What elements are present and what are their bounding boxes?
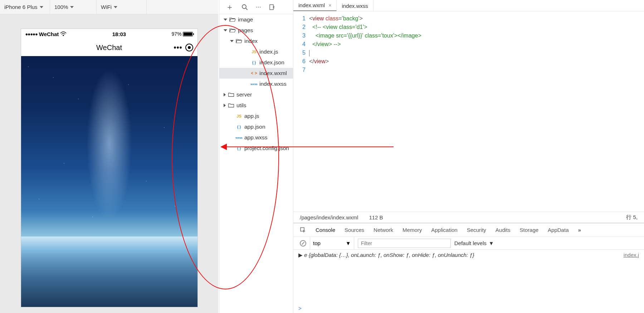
expand-right-icon[interactable] [224, 104, 226, 107]
clear-console-icon[interactable] [300, 240, 306, 247]
devtools-more-button[interactable]: » [578, 227, 581, 233]
file-tree-label: app.wxss [244, 134, 268, 141]
device-select[interactable]: iPhone 6 Plus [0, 0, 50, 14]
wifi-icon [60, 31, 67, 36]
zoom-label: 100% [54, 4, 68, 10]
editor-tabs: index.wxml×index.wxss [293, 0, 644, 11]
chevron-down-icon [70, 6, 74, 8]
editor-statusbar: /pages/index/index.wxml 112 B 行 5, [293, 212, 644, 223]
statusbar-time: 18:03 [112, 31, 126, 37]
tab-close-icon[interactable]: × [328, 3, 331, 8]
devtools-tabs: ConsoleSourcesNetworkMemoryApplicationSe… [293, 223, 644, 237]
context-select[interactable]: top ▼ [310, 237, 354, 249]
line-number: 7 [293, 66, 306, 74]
file-tree-label: utils [236, 102, 247, 109]
file-tree-item[interactable]: wxssindex.wxss [219, 79, 293, 89]
json-icon: { } [236, 145, 242, 151]
expand-down-icon[interactable] [224, 19, 227, 21]
editor-tab[interactable]: index.wxss [337, 0, 373, 11]
file-tree-label: index.wxml [259, 70, 287, 76]
file-tree-item[interactable]: utils [219, 100, 293, 111]
page-background-image [21, 56, 197, 307]
tab-label: index.wxss [342, 3, 368, 9]
explorer-toolbar: ＋ ··· [219, 0, 293, 14]
element-picker-icon[interactable] [300, 227, 306, 233]
devtools-tab-security[interactable]: Security [467, 227, 486, 233]
code-token: class [326, 15, 338, 21]
code-token: > [326, 58, 329, 64]
file-tree-label: index.json [259, 59, 284, 66]
levels-label: Default levels [454, 240, 487, 246]
prompt-icon: > [298, 305, 302, 311]
device-toolbar: iPhone 6 Plus 100% WiFi [0, 0, 218, 14]
wxss-icon: wxss [236, 135, 242, 140]
console-prompt[interactable]: > [293, 304, 644, 313]
signal-icon: ●●●●● [25, 31, 38, 37]
line-gutter: 1234567 [293, 14, 309, 212]
chevron-down-icon [114, 6, 117, 8]
more-button[interactable]: ··· [256, 3, 261, 11]
folder-open-icon [229, 28, 236, 33]
navbar-title: WeChat [96, 44, 122, 52]
json-icon: { } [236, 124, 242, 130]
zoom-select[interactable]: 100% [50, 0, 97, 14]
devtools-tab-memory[interactable]: Memory [402, 227, 422, 233]
file-tree-item[interactable]: { }app.json [219, 121, 293, 132]
cursor-icon [309, 50, 309, 56]
file-tree-item[interactable]: < >index.wxml [219, 68, 293, 79]
search-button[interactable] [241, 4, 248, 10]
code-token: > [359, 15, 362, 21]
file-tree-item[interactable]: { }project.config.json [219, 143, 293, 154]
file-explorer: imagepagesindexJSindex.js{ }index.json< … [219, 14, 293, 313]
devtools-tab-appdata[interactable]: AppData [548, 227, 569, 233]
line-number: 6 [293, 57, 306, 66]
code-token: </view> --> [309, 41, 341, 47]
devtools-tab-network[interactable]: Network [374, 227, 393, 233]
devtools-tab-application[interactable]: Application [431, 227, 457, 233]
devtools-tab-console[interactable]: Console [316, 227, 335, 233]
file-tree-item[interactable]: JSindex.js [219, 46, 293, 57]
console-source-link[interactable]: index.j [624, 252, 639, 258]
log-levels-select[interactable]: Default levels ▼ [454, 240, 494, 246]
devtools-filterbar: top ▼ Default levels ▼ [293, 237, 644, 250]
expand-down-icon[interactable] [224, 29, 227, 31]
file-tree-item[interactable]: image [219, 14, 293, 25]
file-tree-item[interactable]: JSapp.js [219, 111, 293, 121]
device-label: iPhone 6 Plus [4, 4, 38, 10]
spacer [230, 136, 234, 139]
devtools-tab-sources[interactable]: Sources [345, 227, 364, 233]
expand-down-icon[interactable] [230, 40, 234, 42]
code-editor[interactable]: 1234567 <view class='backg'> <!-- <view … [293, 11, 644, 212]
status-size: 112 B [369, 214, 383, 220]
collapse-button[interactable] [269, 4, 275, 10]
tab-label: index.wxml [298, 2, 325, 8]
code-token: view [314, 58, 326, 64]
code-token: < [309, 15, 312, 21]
devtools-tab-storage[interactable]: Storage [520, 227, 539, 233]
add-file-button[interactable]: ＋ [226, 2, 234, 13]
editor-tab[interactable]: index.wxml× [293, 0, 337, 11]
network-select[interactable]: WiFi [97, 0, 147, 14]
file-tree-item[interactable]: server [219, 89, 293, 100]
battery-pct: 97% [171, 31, 181, 37]
capsule-more-button[interactable]: ••• [174, 44, 182, 52]
file-tree-item[interactable]: pages [219, 25, 293, 36]
folder-icon [228, 92, 234, 98]
status-path: /pages/index/index.wxml [300, 214, 358, 220]
statusbar-right: 97% [171, 31, 193, 37]
filter-input[interactable] [358, 239, 451, 248]
file-tree-label: server [236, 91, 252, 98]
file-tree-label: pages [238, 27, 253, 34]
capsule-close-button[interactable] [185, 44, 193, 51]
simulator-panel: ●●●●● WeChat 18:03 97% WeChat ••• [0, 14, 218, 313]
spacer [230, 146, 234, 150]
devtools-tab-audits[interactable]: Audits [496, 227, 511, 233]
code-lines: <view class='backg'> <!-- <view class='d… [309, 14, 644, 212]
file-tree-item[interactable]: wxssapp.wxss [219, 132, 293, 143]
file-tree-label: index.js [259, 49, 278, 55]
expand-right-icon[interactable] [224, 93, 226, 96]
file-tree-label: image [238, 16, 253, 23]
carrier-label: WeChat [39, 31, 59, 37]
file-tree-item[interactable]: index [219, 36, 293, 46]
file-tree-item[interactable]: { }index.json [219, 57, 293, 68]
